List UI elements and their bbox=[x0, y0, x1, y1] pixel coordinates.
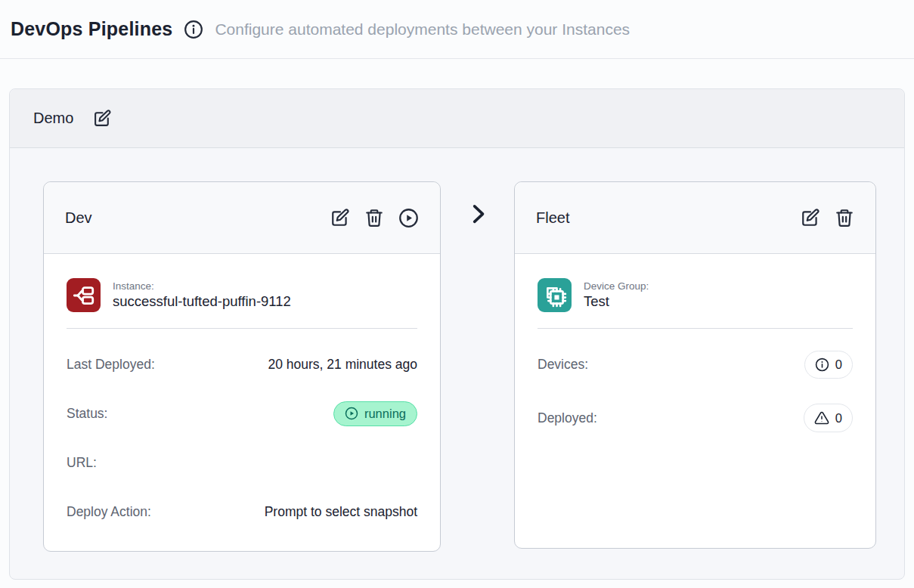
play-circle-icon bbox=[400, 209, 417, 227]
page-header: DevOps Pipelines Configure automated dep… bbox=[0, 0, 914, 59]
pipeline-panel: Demo Dev bbox=[9, 88, 905, 580]
delete-stage-button[interactable] bbox=[835, 208, 854, 227]
status-badge: running bbox=[333, 401, 417, 426]
status-row: Status: running bbox=[67, 400, 417, 427]
edit-icon bbox=[333, 209, 348, 224]
edit-icon bbox=[803, 209, 818, 224]
deploy-action-label: Deploy Action: bbox=[67, 504, 151, 520]
instance-icon bbox=[67, 278, 101, 312]
trash-icon bbox=[367, 210, 382, 226]
instance-row: Instance: successful-tufted-puffin-9112 bbox=[67, 278, 417, 312]
edit-pipeline-button[interactable] bbox=[93, 109, 112, 128]
last-deployed-row: Last Deployed: 20 hours, 21 minutes ago bbox=[67, 351, 417, 378]
stage-card-dev-body: Instance: successful-tufted-puffin-9112 … bbox=[44, 254, 440, 525]
deployed-label: Deployed: bbox=[538, 410, 597, 426]
devices-count-badge[interactable]: 0 bbox=[804, 351, 853, 379]
instance-name: successful-tufted-puffin-9112 bbox=[113, 293, 291, 310]
status-badge-text: running bbox=[364, 407, 406, 421]
device-group-label: Device Group: bbox=[584, 280, 649, 292]
stage-actions bbox=[801, 208, 854, 227]
page-subtitle: Configure automated deployments between … bbox=[215, 20, 630, 39]
url-label: URL: bbox=[67, 455, 97, 471]
deploy-action-value: Prompt to select snapshot bbox=[265, 504, 417, 520]
pipeline-panel-header: Demo bbox=[10, 89, 904, 148]
stage-card-dev: Dev bbox=[43, 181, 441, 552]
stage-actions bbox=[330, 208, 419, 228]
play-circle-icon bbox=[345, 408, 357, 419]
deployed-row: Deployed: 0 bbox=[538, 404, 853, 432]
device-group-row: Device Group: Test bbox=[538, 278, 853, 312]
divider bbox=[538, 328, 853, 329]
device-group-name: Test bbox=[584, 293, 649, 310]
divider bbox=[67, 328, 417, 329]
chevron-right-icon bbox=[467, 203, 489, 227]
info-circle-icon bbox=[816, 359, 828, 371]
device-group-icon bbox=[538, 278, 572, 312]
cpu-chip-icon bbox=[547, 288, 565, 306]
devices-count: 0 bbox=[835, 357, 842, 372]
edit-icon bbox=[95, 110, 110, 125]
run-stage-button[interactable] bbox=[398, 208, 419, 228]
edit-stage-button[interactable] bbox=[330, 208, 350, 227]
stage-title: Fleet bbox=[536, 209, 569, 227]
deployed-count-badge[interactable]: 0 bbox=[804, 404, 853, 432]
status-label: Status: bbox=[67, 406, 107, 422]
stage-card-fleet-header: Fleet bbox=[515, 182, 875, 254]
stage-title: Dev bbox=[65, 209, 92, 227]
instance-label: Instance: bbox=[113, 280, 291, 292]
deploy-action-row: Deploy Action: Prompt to select snapshot bbox=[67, 498, 417, 525]
deployed-count: 0 bbox=[835, 411, 842, 426]
info-circle-icon[interactable] bbox=[184, 20, 203, 39]
stage-card-fleet-body: Device Group: Test Devices: 0 Deployed: bbox=[515, 254, 875, 432]
last-deployed-value: 20 hours, 21 minutes ago bbox=[268, 357, 418, 373]
pipeline-name: Demo bbox=[33, 110, 73, 127]
stage-card-dev-header: Dev bbox=[44, 182, 440, 254]
devices-label: Devices: bbox=[538, 357, 588, 373]
warning-triangle-icon bbox=[815, 412, 828, 423]
last-deployed-label: Last Deployed: bbox=[67, 357, 155, 373]
edit-stage-button[interactable] bbox=[801, 208, 820, 227]
devices-row: Devices: 0 bbox=[538, 351, 853, 379]
url-row: URL: bbox=[67, 449, 417, 476]
pipeline-stages: Dev bbox=[10, 148, 904, 552]
branch-workflow-icon bbox=[74, 287, 92, 303]
trash-icon bbox=[837, 210, 852, 226]
stage-card-fleet: Fleet Device Group: bbox=[514, 181, 876, 549]
delete-stage-button[interactable] bbox=[364, 208, 384, 227]
page-title: DevOps Pipelines bbox=[11, 18, 172, 40]
